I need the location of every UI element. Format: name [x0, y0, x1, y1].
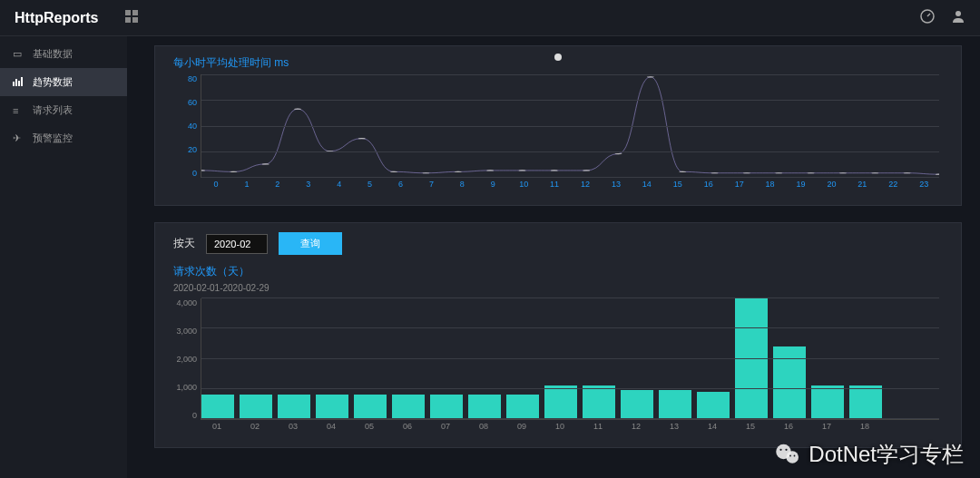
x-tick: 13	[658, 422, 691, 434]
bar	[240, 395, 272, 419]
sidebar-item-requests[interactable]: ≡ 请求列表	[0, 96, 127, 124]
sidebar-item-basic[interactable]: ▭ 基础数据	[0, 40, 127, 68]
x-tick: 06	[391, 422, 424, 434]
bar	[697, 392, 730, 419]
date-input[interactable]	[206, 234, 268, 254]
x-tick: 0	[201, 180, 231, 192]
daily-requests-panel: 按天 查询 请求次数（天） 2020-02-01-2020-02-29 4,00…	[154, 222, 962, 448]
y-tick: 0	[173, 169, 197, 178]
x-tick: 05	[353, 422, 386, 434]
bar	[430, 395, 463, 419]
svg-rect-7	[15, 79, 17, 86]
svg-point-33	[936, 174, 939, 175]
x-tick: 3	[293, 180, 324, 192]
svg-rect-0	[125, 10, 131, 15]
svg-point-20	[518, 170, 525, 171]
legend-dot-icon	[554, 54, 562, 61]
svg-point-5	[956, 11, 961, 16]
y-tick: 3,000	[173, 327, 197, 336]
svg-point-28	[775, 172, 782, 173]
dashboard-icon[interactable]	[920, 9, 935, 26]
svg-point-36	[780, 449, 782, 451]
svg-rect-3	[132, 17, 138, 23]
x-tick: 12	[620, 422, 652, 434]
x-tick: 04	[315, 422, 348, 434]
x-tick: 11	[539, 180, 570, 192]
y-tick: 1,000	[173, 383, 197, 392]
apps-icon[interactable]	[125, 10, 138, 25]
x-tick: 14	[696, 422, 729, 434]
y-tick: 60	[173, 98, 197, 107]
y-tick: 20	[173, 145, 197, 154]
x-tick: 20	[816, 180, 847, 192]
svg-point-21	[551, 170, 558, 171]
svg-point-37	[786, 449, 788, 451]
bar	[506, 395, 539, 419]
panel-subtitle: 2020-02-01-2020-02-29	[173, 283, 943, 293]
x-tick: 12	[570, 180, 601, 192]
x-tick: 15	[734, 422, 767, 434]
x-tick: 16	[772, 422, 805, 434]
x-tick: 1	[231, 180, 262, 192]
bar-chart: 4,0003,0002,0001,0000 010203040506070809…	[173, 298, 943, 434]
x-tick: 7	[416, 180, 446, 192]
monitor-icon: ▭	[13, 48, 24, 60]
svg-point-27	[743, 172, 750, 173]
x-tick: 4	[324, 180, 355, 192]
y-tick: 0	[173, 411, 197, 420]
bar	[544, 385, 577, 419]
x-tick: 6	[386, 180, 416, 192]
x-tick: 11	[582, 422, 614, 434]
x-tick: 2	[262, 180, 293, 192]
x-tick: 16	[693, 180, 724, 192]
svg-rect-9	[21, 77, 23, 86]
x-tick: 17	[724, 180, 755, 192]
y-tick: 2,000	[173, 355, 197, 364]
x-tick: 03	[277, 422, 309, 434]
bar	[468, 395, 501, 419]
by-label: 按天	[173, 236, 195, 251]
bar	[278, 395, 310, 419]
x-tick: 02	[239, 422, 271, 434]
svg-point-13	[294, 109, 301, 110]
x-tick: 18	[848, 422, 881, 434]
bar	[392, 395, 425, 419]
x-tick: 23	[908, 180, 939, 192]
wechat-icon	[774, 441, 801, 468]
svg-point-18	[455, 171, 462, 172]
x-tick: 18	[755, 180, 786, 192]
x-tick: 07	[429, 422, 462, 434]
sidebar-item-alert[interactable]: ✈ 预警监控	[0, 124, 127, 152]
line-chart: 806040200 012345678910111213141516171819…	[173, 74, 943, 192]
panel-title: 请求次数（天）	[173, 264, 943, 279]
svg-point-31	[871, 172, 878, 173]
x-tick: 01	[201, 422, 233, 434]
sidebar-item-label: 请求列表	[33, 103, 73, 117]
x-tick: 13	[601, 180, 632, 192]
chart-icon	[13, 77, 24, 88]
bar	[316, 395, 348, 419]
svg-point-32	[904, 172, 911, 173]
x-tick: 21	[847, 180, 877, 192]
svg-point-10	[201, 170, 205, 171]
list-icon: ≡	[13, 105, 24, 116]
sidebar-item-label: 趋势数据	[33, 75, 73, 89]
bar	[621, 390, 653, 419]
brand-title: HttpReports	[15, 10, 98, 26]
sidebar-item-label: 基础数据	[33, 47, 73, 61]
user-icon[interactable]	[951, 9, 965, 26]
svg-point-30	[839, 172, 847, 173]
x-tick: 17	[810, 422, 843, 434]
x-tick: 10	[544, 422, 576, 434]
x-tick: 14	[632, 180, 662, 192]
svg-point-12	[262, 163, 270, 164]
x-tick: 8	[446, 180, 477, 192]
x-tick: 08	[467, 422, 500, 434]
query-button[interactable]: 查询	[279, 232, 342, 255]
svg-point-26	[711, 172, 719, 173]
sidebar-item-trend[interactable]: 趋势数据	[0, 68, 127, 96]
bar	[849, 385, 882, 419]
sidebar: ▭ 基础数据 趋势数据 ≡ 请求列表 ✈ 预警监控	[0, 36, 127, 478]
svg-rect-2	[125, 17, 131, 23]
svg-point-29	[808, 172, 815, 173]
